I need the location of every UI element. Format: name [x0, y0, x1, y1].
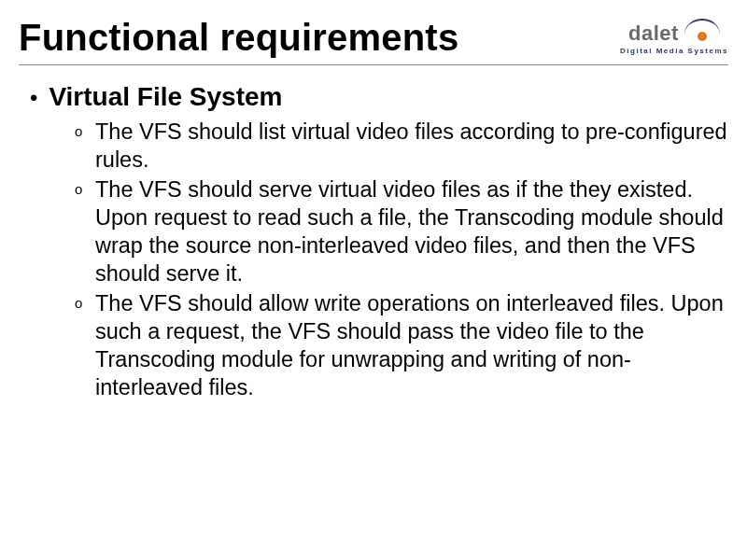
brand-logo: dalet Digital Media Systems	[620, 21, 728, 55]
sub-bullet-text: The VFS should allow write operations on…	[95, 289, 728, 401]
bullet-level-2: o The VFS should serve virtual video fil…	[75, 175, 728, 287]
logo-wordmark: dalet	[628, 21, 679, 46]
bullet-dot-icon: •	[30, 87, 37, 109]
bullet-level-2: o The VFS should list virtual video file…	[75, 118, 728, 174]
eye-icon	[684, 24, 720, 43]
sub-bullet-marker: o	[75, 118, 95, 146]
bullet-level-1: • Virtual File System	[24, 82, 728, 112]
sub-bullet-list: o The VFS should list virtual video file…	[75, 118, 728, 401]
slide: Functional requirements dalet Digital Me…	[0, 0, 747, 560]
logo-subtext: Digital Media Systems	[620, 47, 728, 55]
bullet-level-2: o The VFS should allow write operations …	[75, 289, 728, 401]
sub-bullet-text: The VFS should list virtual video files …	[95, 118, 728, 174]
sub-bullet-marker: o	[75, 175, 95, 203]
sub-bullet-text: The VFS should serve virtual video files…	[95, 175, 728, 287]
slide-title: Functional requirements	[19, 17, 458, 59]
content-area: • Virtual File System o The VFS should l…	[19, 82, 728, 401]
sub-bullet-marker: o	[75, 289, 95, 317]
header-row: Functional requirements dalet Digital Me…	[19, 17, 728, 65]
logo-top-row: dalet	[628, 21, 720, 46]
bullet-l1-text: Virtual File System	[49, 82, 282, 112]
